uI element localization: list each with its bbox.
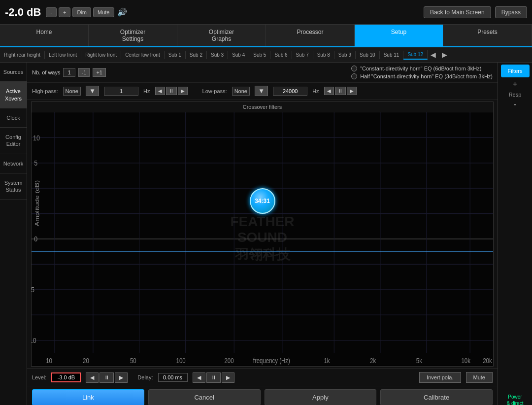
lowpass-unit: Hz [312,88,319,94]
calibrate-btn[interactable]: Calibrate [380,389,493,405]
lowpass-next[interactable]: ▶ [347,87,357,95]
ch-right-rear-height[interactable]: Right rear height [0,51,45,59]
highpass-prev[interactable]: ◀ [155,87,165,95]
bypass-btn[interactable]: Bypass [495,6,527,18]
tab-optimizer-settings[interactable]: OptimizerSettings [89,25,177,46]
level-prev[interactable]: ◀ [86,372,99,383]
tab-presets[interactable]: Presets [443,25,532,46]
rs-minus-btn[interactable]: - [514,100,517,110]
svg-text:Amplitude (dB): Amplitude (dB) [33,180,40,226]
minus-btn[interactable]: - [46,7,57,17]
highpass-unit: Hz [143,88,150,94]
lowpass-prev[interactable]: ◀ [324,87,334,95]
sidebar-item-clock[interactable]: Clock [0,108,27,128]
cancel-btn[interactable]: Cancel [148,389,261,405]
level-next[interactable]: ▶ [115,372,128,383]
level-label: Level: [32,374,46,380]
invert-polarity-btn[interactable]: Invert pola. [419,372,461,383]
radio-options: "Constant-directivity horn" EQ (6dB/oct … [351,66,493,79]
action-row: Link Cancel Apply Calibrate [27,386,498,405]
nb-minus-btn[interactable]: -1 [78,68,90,77]
svg-text:20: 20 [83,357,89,365]
radio-circle-1 [351,66,357,71]
ch-sub9[interactable]: Sub 9 [334,51,356,59]
svg-text:1k: 1k [324,357,330,365]
delay-prev[interactable]: ◀ [193,372,205,383]
apply-btn[interactable]: Apply [265,389,377,405]
top-right-controls: Back to Main Screen Bypass [424,6,527,18]
chart-title: Crossover filters [32,102,493,112]
ch-sub11[interactable]: Sub 11 [380,51,404,59]
nav-tabs: Home OptimizerSettings OptimizerGraphs P… [0,25,532,47]
ch-sub3[interactable]: Sub 3 [207,51,228,59]
tab-processor[interactable]: Processor [266,25,355,46]
back-to-main-btn[interactable]: Back to Main Screen [424,6,491,18]
ch-right-low-front[interactable]: Right low front [81,51,121,59]
level-arrows: ◀ ⏸ ▶ [86,372,128,383]
svg-text:0: 0 [34,235,37,243]
content-area: Nb. of ways 1 -1 +1 "Constant-directivit… [27,63,498,405]
svg-text:5: 5 [34,159,37,168]
nb-plus-btn[interactable]: +1 [93,68,106,77]
sidebar-item-active-xovers[interactable]: ActiveXovers [0,82,27,108]
delay-pause[interactable]: ⏸ [206,372,221,383]
lowpass-value: 24000 [273,87,307,96]
lowpass-type[interactable]: None [232,87,250,96]
chart-container: Crossover filters [31,101,494,367]
sidebar-item-config-editor[interactable]: ConfigEditor [0,128,27,154]
svg-text:20k: 20k [483,357,492,365]
highpass-dropdown[interactable]: ▼ [86,86,99,96]
mute-channel-btn[interactable]: Mute [466,372,493,383]
ch-sub1[interactable]: Sub 1 [165,51,186,59]
tab-home[interactable]: Home [0,25,89,46]
ch-sub2[interactable]: Sub 2 [186,51,207,59]
highpass-arrows: ◀ ⏸ ▶ [155,87,188,95]
channel-tabs: Right rear height Left low front Right l… [0,47,532,63]
radio-label-2: Half "Constant-directivity horn" EQ (3dB… [360,73,493,79]
radio-option-2[interactable]: Half "Constant-directivity horn" EQ (3dB… [351,73,493,79]
svg-text:5k: 5k [416,357,423,365]
chart-bubble[interactable]: 34:31 [250,188,275,214]
highpass-next[interactable]: ▶ [178,87,188,95]
tab-setup[interactable]: Setup [355,25,443,46]
link-btn[interactable]: Link [32,389,144,405]
svg-text:frequency (Hz): frequency (Hz) [253,357,290,365]
level-pause[interactable]: ⏸ [100,372,114,383]
plus-btn[interactable]: + [59,7,70,17]
svg-text:2k: 2k [370,357,376,365]
lowpass-dropdown[interactable]: ▼ [255,86,268,96]
ch-sub5[interactable]: Sub 5 [249,51,270,59]
ch-next-arrow[interactable]: ▶ [439,49,450,60]
ch-prev-arrow[interactable]: ◀ [428,49,439,60]
svg-text:-10: -10 [32,336,36,344]
dim-btn[interactable]: Dim [72,7,91,17]
ch-center-low-front[interactable]: Center low front [121,51,165,59]
ch-sub12[interactable]: Sub 12 [403,50,428,60]
tab-optimizer-graphs[interactable]: OptimizerGraphs [177,25,266,46]
bottom-controls: Level: -3.0 dB ◀ ⏸ ▶ Delay: 0.00 ms ◀ ⏸ … [27,369,498,386]
highpass-type[interactable]: None [63,87,81,96]
chart-inner[interactable]: 10 5 0 -5 -10 10 20 50 100 200 frequency… [32,112,493,366]
sidebar-item-network[interactable]: Network [0,154,27,173]
level-value[interactable]: -3.0 dB [51,372,81,382]
svg-text:50: 50 [130,357,136,365]
sidebar-item-sources[interactable]: Sources [0,63,27,82]
svg-text:-5: -5 [32,285,34,294]
sidebar-item-system-status[interactable]: SystemStatus [0,173,27,200]
ch-sub6[interactable]: Sub 6 [270,51,292,59]
filters-btn[interactable]: Filters [501,65,530,77]
resp-btn[interactable]: Resp [509,92,522,98]
controls-row: Nb. of ways 1 -1 +1 "Constant-directivit… [27,63,498,83]
lowpass-pause[interactable]: ⏸ [335,87,346,95]
radio-option-1[interactable]: "Constant-directivity horn" EQ (6dB/oct … [351,66,493,71]
ch-left-low-front[interactable]: Left low front [45,51,81,59]
ch-sub10[interactable]: Sub 10 [356,51,380,59]
ch-sub4[interactable]: Sub 4 [228,51,249,59]
delay-next[interactable]: ▶ [222,372,234,383]
ch-sub8[interactable]: Sub 8 [313,51,334,59]
highpass-pause[interactable]: ⏸ [166,87,177,95]
mute-btn[interactable]: Mute [93,7,114,17]
ch-sub7[interactable]: Sub 7 [292,51,313,59]
rs-plus-btn[interactable]: + [512,79,518,90]
db-level: -2.0 dB [5,6,41,19]
